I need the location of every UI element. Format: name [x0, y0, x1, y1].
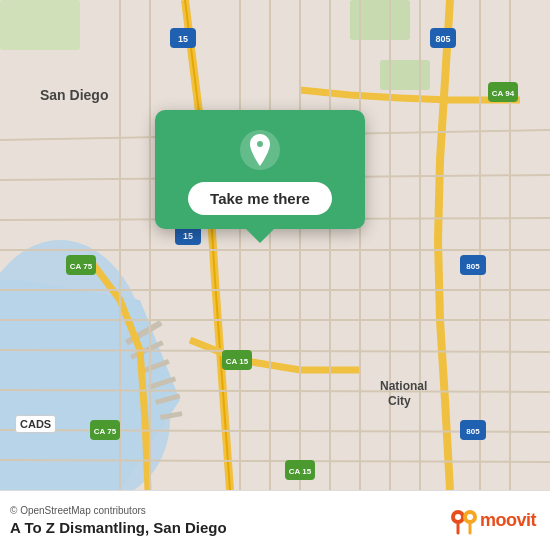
- svg-rect-12: [380, 60, 430, 90]
- svg-text:San Diego: San Diego: [40, 87, 108, 103]
- svg-text:CA 75: CA 75: [70, 262, 93, 271]
- svg-text:CA 15: CA 15: [226, 357, 249, 366]
- location-pin-icon: [238, 128, 282, 172]
- moovit-text: moovit: [480, 510, 536, 531]
- svg-text:City: City: [388, 394, 411, 408]
- svg-text:805: 805: [435, 34, 450, 44]
- bottom-bar: © OpenStreetMap contributors A To Z Dism…: [0, 490, 550, 550]
- moovit-pins-icon: [448, 505, 480, 537]
- place-title: A To Z Dismantling, San Diego: [10, 519, 227, 536]
- bottom-left: © OpenStreetMap contributors A To Z Dism…: [10, 505, 227, 536]
- svg-text:CA 15: CA 15: [289, 467, 312, 476]
- map-container: 15 805 15 CA 94 CA 75 CA 15 805 805 CA 7…: [0, 0, 550, 490]
- take-me-there-button[interactable]: Take me there: [188, 182, 332, 215]
- svg-text:805: 805: [466, 262, 480, 271]
- popup-card[interactable]: Take me there: [155, 110, 365, 229]
- svg-point-60: [455, 514, 461, 520]
- svg-point-61: [467, 514, 473, 520]
- svg-rect-11: [0, 0, 80, 50]
- svg-text:15: 15: [183, 231, 193, 241]
- svg-text:National: National: [380, 379, 427, 393]
- svg-text:CA 75: CA 75: [94, 427, 117, 436]
- cads-label: CADS: [15, 415, 56, 433]
- svg-text:15: 15: [178, 34, 188, 44]
- moovit-logo: moovit: [448, 505, 536, 537]
- svg-text:805: 805: [466, 427, 480, 436]
- map-background: 15 805 15 CA 94 CA 75 CA 15 805 805 CA 7…: [0, 0, 550, 490]
- svg-text:CA 94: CA 94: [492, 89, 515, 98]
- osm-credit: © OpenStreetMap contributors: [10, 505, 227, 516]
